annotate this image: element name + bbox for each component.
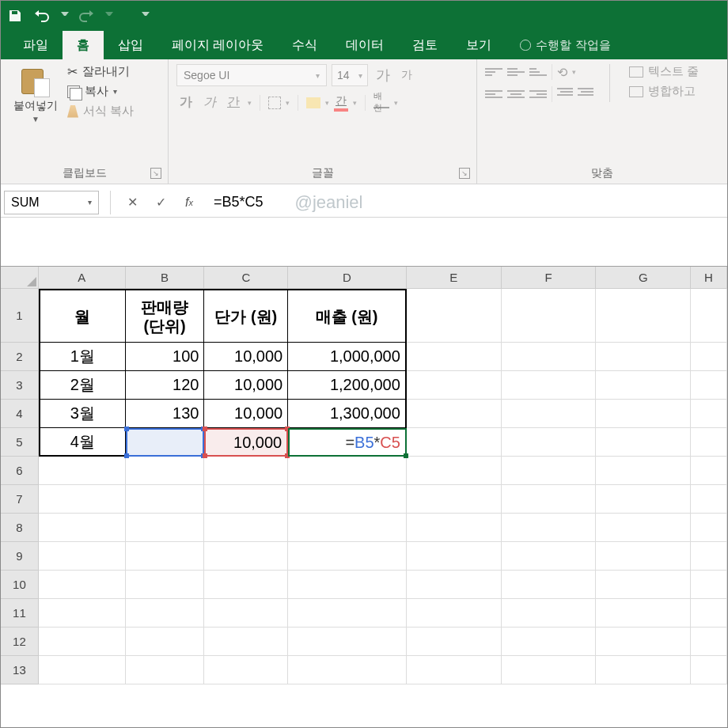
cell-C5[interactable]: 10,000	[204, 428, 288, 457]
cell-E1[interactable]	[407, 289, 502, 343]
cell-A6[interactable]	[39, 457, 126, 485]
cell-C2[interactable]: 10,000	[204, 343, 288, 371]
shrink-font-button[interactable]: 가	[398, 66, 415, 84]
cell-H1[interactable]	[691, 289, 727, 343]
cell-A13[interactable]	[39, 656, 126, 684]
row-header-10[interactable]: 10	[1, 571, 39, 599]
tab-home[interactable]: 홈	[63, 31, 104, 59]
col-header-D[interactable]: D	[288, 267, 407, 289]
align-left-button[interactable]	[485, 87, 502, 101]
qat-customize-icon[interactable]	[142, 12, 150, 20]
font-size-select[interactable]: 14▾	[332, 64, 368, 86]
select-all-corner[interactable]	[1, 267, 39, 289]
cell-C1[interactable]: 단가 (원)	[204, 289, 288, 343]
cell-G12[interactable]	[596, 628, 691, 656]
border-button[interactable]	[268, 97, 281, 109]
cell-F12[interactable]	[502, 628, 597, 656]
cell-E10[interactable]	[407, 571, 502, 599]
cell-E8[interactable]	[407, 514, 502, 542]
dialog-launcher-icon[interactable]: ↘	[150, 168, 161, 179]
underline-button[interactable]: 간	[224, 93, 243, 112]
chevron-down-icon[interactable]: ▾	[353, 99, 357, 107]
paste-button[interactable]: 붙여넣기 ▼	[9, 64, 63, 125]
row-header-2[interactable]: 2	[1, 343, 39, 371]
align-center-button[interactable]	[507, 87, 525, 101]
cell-G5[interactable]	[596, 428, 691, 457]
cell-E11[interactable]	[407, 599, 502, 628]
cancel-button[interactable]: ✕	[122, 192, 142, 213]
cell-A5[interactable]: 4월	[39, 428, 126, 457]
cell-D5[interactable]: =B5*C5	[288, 428, 407, 457]
cell-F7[interactable]	[502, 485, 597, 514]
formula-input[interactable]: =B5*C5@jeaniel	[207, 191, 724, 214]
cell-H5[interactable]	[691, 428, 727, 457]
enter-button[interactable]: ✓	[150, 192, 171, 213]
tab-file[interactable]: 파일	[9, 31, 63, 59]
cell-D12[interactable]	[288, 628, 407, 656]
cell-D3[interactable]: 1,200,000	[288, 371, 407, 400]
col-header-F[interactable]: F	[502, 267, 597, 289]
cell-B4[interactable]: 130	[126, 400, 205, 428]
cell-F5[interactable]	[502, 428, 597, 457]
cell-G6[interactable]	[596, 457, 691, 485]
cell-E12[interactable]	[407, 628, 502, 656]
cell-C10[interactable]	[204, 571, 288, 599]
cell-E3[interactable]	[407, 371, 502, 400]
cell-A9[interactable]	[39, 542, 126, 571]
bold-button[interactable]: 가	[176, 93, 195, 112]
row-header-5[interactable]: 5	[1, 428, 39, 457]
row-header-7[interactable]: 7	[1, 485, 39, 514]
fill-color-button[interactable]	[306, 97, 320, 108]
dialog-launcher-icon[interactable]: ↘	[459, 168, 470, 179]
cell-D13[interactable]	[288, 656, 407, 684]
cell-B10[interactable]	[126, 571, 205, 599]
cell-E5[interactable]	[407, 428, 502, 457]
cell-F2[interactable]	[502, 343, 597, 371]
orientation-button[interactable]: ⟲	[557, 65, 567, 80]
phonetic-button[interactable]: 배천	[373, 97, 389, 108]
row-header-1[interactable]: 1	[1, 289, 39, 343]
cell-H9[interactable]	[691, 542, 727, 571]
cell-B2[interactable]: 100	[126, 343, 205, 371]
cell-C8[interactable]	[204, 514, 288, 542]
tab-insert[interactable]: 삽입	[104, 31, 157, 59]
increase-indent-button[interactable]	[578, 88, 593, 100]
cell-F8[interactable]	[502, 514, 597, 542]
cell-H6[interactable]	[691, 457, 727, 485]
cell-H12[interactable]	[691, 628, 727, 656]
col-header-E[interactable]: E	[407, 267, 502, 289]
tab-view[interactable]: 보기	[452, 31, 506, 59]
row-header-3[interactable]: 3	[1, 371, 39, 400]
cell-D4[interactable]: 1,300,000	[288, 400, 407, 428]
cell-G1[interactable]	[596, 289, 691, 343]
col-header-G[interactable]: G	[596, 267, 691, 289]
cell-E13[interactable]	[407, 656, 502, 684]
cell-H2[interactable]	[691, 343, 727, 371]
cell-D8[interactable]	[288, 514, 407, 542]
col-header-C[interactable]: C	[204, 267, 288, 289]
chevron-down-icon[interactable]: ▼	[32, 115, 40, 123]
chevron-down-icon[interactable]: ▾	[88, 198, 92, 207]
row-header-6[interactable]: 6	[1, 457, 39, 485]
cell-C6[interactable]	[204, 457, 288, 485]
align-right-button[interactable]	[529, 87, 547, 101]
cell-C9[interactable]	[204, 542, 288, 571]
cell-E2[interactable]	[407, 343, 502, 371]
cell-A10[interactable]	[39, 571, 126, 599]
cell-C11[interactable]	[204, 599, 288, 628]
cell-H11[interactable]	[691, 599, 727, 628]
align-top-button[interactable]	[485, 65, 502, 79]
italic-button[interactable]: 가	[200, 93, 219, 112]
cell-G10[interactable]	[596, 571, 691, 599]
tell-me[interactable]: 수행할 작업을	[506, 31, 624, 59]
cell-H13[interactable]	[691, 656, 727, 684]
cell-G13[interactable]	[596, 656, 691, 684]
cell-E4[interactable]	[407, 400, 502, 428]
cell-D2[interactable]: 1,000,000	[288, 343, 407, 371]
cell-E6[interactable]	[407, 457, 502, 485]
cell-C3[interactable]: 10,000	[204, 371, 288, 400]
row-header-12[interactable]: 12	[1, 628, 39, 656]
cell-A1[interactable]: 월	[39, 289, 126, 343]
cut-button[interactable]: ✂잘라내기	[67, 64, 134, 79]
cell-B6[interactable]	[126, 457, 205, 485]
